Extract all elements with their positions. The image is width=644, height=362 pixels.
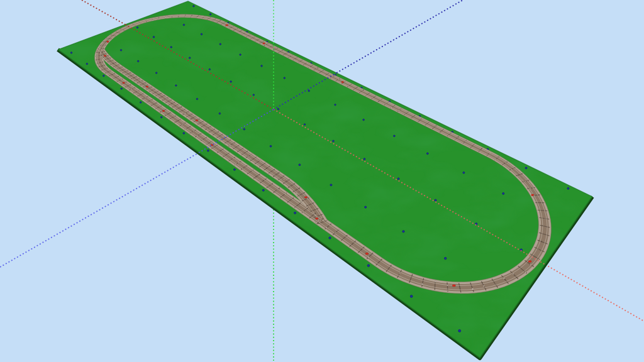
ballast-speckle — [359, 251, 360, 252]
rail-joint-marker — [104, 55, 106, 57]
ballast-speckle — [160, 112, 160, 112]
ballast-speckle — [273, 176, 274, 177]
ballast-speckle — [289, 57, 289, 57]
ballast-speckle — [171, 104, 172, 104]
ballast-speckle — [230, 145, 230, 146]
ballast-speckle — [96, 56, 97, 57]
ballast-speckle — [379, 101, 379, 102]
ballast-speckle — [540, 233, 540, 233]
rail-joint-marker — [211, 145, 213, 146]
ballast-speckle — [219, 21, 220, 21]
ballast-speckle — [511, 169, 512, 170]
grid-dot — [502, 192, 504, 194]
ballast-speckle — [547, 226, 547, 227]
grid-dot — [86, 63, 88, 65]
ballast-speckle — [185, 16, 186, 16]
ballast-speckle — [286, 193, 287, 194]
ballast-speckle — [284, 54, 285, 55]
ballast-speckle — [481, 148, 482, 149]
ballast-speckle — [131, 89, 132, 89]
ballast-speckle — [391, 266, 391, 266]
ballast-speckle — [238, 162, 239, 163]
ballast-speckle — [482, 283, 483, 284]
ballast-speckle — [121, 79, 121, 80]
grid-dot — [284, 77, 286, 79]
ballast-speckle — [305, 64, 306, 65]
ballast-speckle — [388, 102, 389, 102]
ballast-speckle — [118, 76, 119, 77]
ballast-speckle — [419, 121, 419, 121]
ballast-speckle — [540, 202, 541, 203]
ballast-speckle — [233, 26, 233, 27]
rail-joint-marker — [163, 111, 165, 112]
ballast-speckle — [472, 146, 473, 146]
ballast-speckle — [282, 180, 283, 180]
ballast-speckle — [238, 151, 239, 151]
ballast-speckle — [133, 77, 134, 78]
ballast-speckle — [316, 69, 317, 69]
ballast-speckle — [203, 121, 203, 122]
scene-3d-viewport[interactable] — [0, 0, 644, 362]
ballast-speckle — [113, 63, 114, 63]
ballast-speckle — [399, 110, 399, 111]
ballast-speckle — [348, 85, 349, 86]
ballast-speckle — [115, 31, 116, 32]
ballast-speckle — [98, 55, 99, 56]
ballast-speckle — [458, 136, 458, 137]
ballast-speckle — [206, 128, 207, 129]
ballast-speckle — [513, 273, 514, 275]
ballast-speckle — [192, 15, 192, 16]
ballast-speckle — [342, 239, 343, 239]
ballast-speckle — [104, 57, 105, 57]
ballast-speckle — [108, 38, 108, 39]
ballast-speckle — [160, 106, 160, 107]
ballast-speckle — [541, 241, 542, 243]
grid-dot — [196, 98, 198, 100]
rail-joint-marker — [196, 120, 197, 121]
grid-dot — [219, 112, 221, 114]
grid-dot — [175, 85, 177, 87]
ballast-speckle — [395, 105, 396, 106]
ballast-speckle — [538, 195, 540, 196]
ballast-speckle — [291, 55, 292, 56]
grid-dot — [233, 168, 235, 170]
ballast-speckle — [451, 133, 452, 133]
ballast-speckle — [138, 82, 138, 83]
ballast-speckle — [495, 284, 496, 285]
ballast-speckle — [423, 281, 423, 282]
ballast-speckle — [538, 259, 539, 260]
grid-dot — [193, 5, 195, 7]
ballast-speckle — [122, 29, 123, 30]
ballast-speckle — [525, 181, 526, 182]
ballast-speckle — [211, 141, 212, 141]
ballast-speckle — [301, 60, 301, 61]
ballast-speckle — [215, 19, 216, 19]
ballast-speckle — [522, 182, 523, 182]
ballast-speckle — [372, 97, 373, 98]
ballast-speckle — [109, 72, 109, 72]
ballast-speckle — [391, 107, 392, 108]
ballast-speckle — [156, 108, 157, 109]
ballast-speckle — [309, 67, 309, 67]
ballast-speckle — [210, 17, 211, 18]
ballast-speckle — [255, 36, 255, 37]
ballast-speckle — [495, 159, 496, 160]
ballast-speckle — [115, 68, 116, 69]
ballast-speckle — [226, 154, 227, 155]
ballast-speckle — [447, 285, 448, 286]
ballast-speckle — [311, 207, 312, 208]
ballast-speckle — [294, 184, 295, 184]
ballast-speckle — [178, 16, 179, 17]
ballast-speckle — [165, 115, 165, 116]
grid-dot — [160, 116, 162, 118]
ballast-speckle — [175, 116, 176, 116]
ballast-speckle — [320, 72, 321, 72]
ballast-speckle — [259, 161, 260, 162]
ballast-speckle — [113, 78, 114, 79]
grid-dot — [243, 128, 245, 130]
ballast-speckle — [504, 278, 505, 279]
ballast-speckle — [333, 76, 334, 77]
ballast-speckle — [278, 173, 279, 173]
ballast-speckle — [455, 139, 456, 140]
ballast-speckle — [504, 279, 506, 280]
